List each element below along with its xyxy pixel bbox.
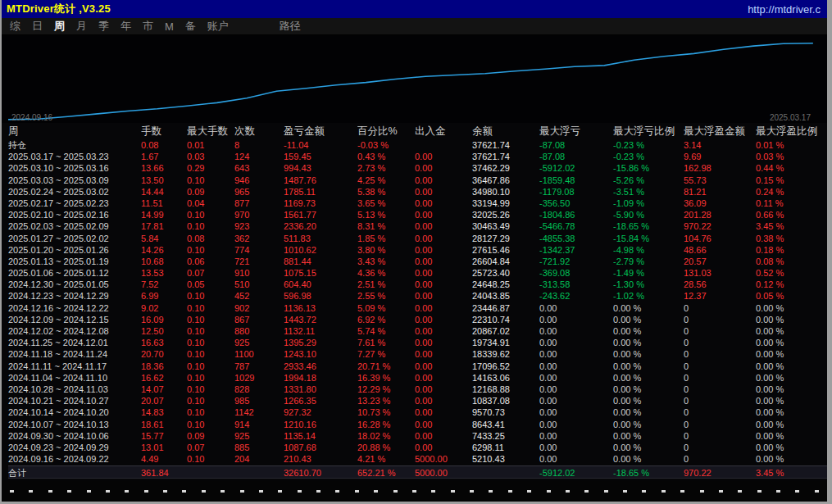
table-row-14[interactable]: 2024.12.16 ~ 2024.12.229.020.109021136.1… [8, 302, 827, 314]
table-row-26[interactable]: 2024.09.23 ~ 2024.09.2913.010.078851087.… [8, 442, 827, 453]
menu-item-2[interactable]: 周 [54, 19, 65, 34]
table-row-24[interactable]: 2024.10.07 ~ 2024.10.1318.610.109141210.… [8, 419, 827, 430]
value-cell: 201.28 [684, 209, 756, 220]
value-cell: -1.09 % [613, 198, 684, 209]
value-cell: 0.07 [187, 267, 234, 279]
value-cell: 0 [684, 419, 756, 430]
table-row-2[interactable]: 2025.03.10 ~ 2025.03.1613.660.29643994.4… [8, 162, 827, 174]
table-row-9[interactable]: 2025.01.20 ~ 2025.01.2614.260.107741010.… [8, 244, 827, 256]
value-cell: 5.38 % [357, 186, 415, 198]
menu-item-6[interactable]: 市 [143, 19, 153, 34]
table-row-0[interactable]: 持仓0.080.018-11.04-0.03 %37621.74-87.08-0… [8, 139, 827, 151]
value-cell: 0.10 [187, 175, 234, 186]
value-cell: 0.00 [415, 162, 472, 174]
value-cell: -5.26 % [613, 175, 684, 186]
value-cell: -1342.37 [539, 244, 613, 256]
value-cell: 946 [234, 175, 284, 186]
value-cell: 0.00 [415, 186, 472, 198]
value-cell: 104.76 [684, 233, 756, 244]
menu-item-5[interactable]: 年 [120, 19, 131, 34]
value-cell: 0.00 [539, 384, 613, 395]
value-cell: -11.04 [284, 139, 357, 151]
value-cell: 7.52 [141, 279, 187, 290]
menu-item-0[interactable]: 综 [10, 19, 20, 34]
menu-item-7[interactable]: M [165, 20, 174, 33]
value-cell: -721.92 [539, 256, 613, 267]
value-cell: 20.71 % [357, 361, 415, 372]
value-cell: 721 [234, 256, 284, 267]
value-cell: 0.00 % [756, 325, 821, 337]
value-cell: 0.00 [415, 348, 472, 360]
value-cell: 0.00 [539, 314, 613, 325]
table-header-row: 周手数最大手数次数盈亏金额百分比%出入金余额最大浮亏最大浮亏比例最大浮盈金额最大… [8, 123, 827, 139]
table-row-7[interactable]: 2025.02.03 ~ 2025.02.0917.810.109232336.… [8, 220, 827, 232]
value-cell: 0.00 % [756, 406, 821, 418]
table-row-19[interactable]: 2024.11.11 ~ 2024.11.1718.360.107872933.… [8, 361, 827, 372]
value-cell: 0.00 [415, 395, 472, 406]
bottom-tick [316, 490, 321, 493]
bottom-tick [642, 490, 646, 493]
table-row-4[interactable]: 2025.02.24 ~ 2025.03.0214.440.099651785.… [8, 186, 827, 198]
value-cell: 14.26 [141, 244, 187, 256]
value-cell: 0.00 [415, 256, 472, 267]
value-cell: 787 [234, 361, 284, 372]
table-body: 持仓0.080.018-11.04-0.03 %37621.74-87.08-0… [8, 139, 827, 465]
value-cell: 26604.84 [472, 256, 539, 267]
table-row-5[interactable]: 2025.02.17 ~ 2025.02.2311.510.048771169.… [8, 198, 827, 209]
table-row-16[interactable]: 2024.12.02 ~ 2024.12.0812.500.108801132.… [8, 325, 827, 337]
table-row-21[interactable]: 2024.10.28 ~ 2024.11.0314.070.108281331.… [8, 384, 827, 395]
table-row-22[interactable]: 2024.10.21 ~ 2024.10.2720.070.109851266.… [8, 395, 827, 406]
table-row-25[interactable]: 2024.09.30 ~ 2024.10.0615.770.099251135.… [8, 430, 827, 442]
table-row-15[interactable]: 2024.12.09 ~ 2024.12.1516.090.108671443.… [8, 314, 827, 325]
table-row-10[interactable]: 2025.01.13 ~ 2025.01.1910.680.06721881.4… [8, 256, 827, 267]
value-cell: -5466.78 [539, 220, 613, 232]
value-cell: 37621.74 [472, 151, 539, 162]
value-cell: 12.37 [684, 290, 756, 302]
value-cell: 0.09 [187, 430, 234, 442]
bottom-tick [431, 490, 435, 493]
value-cell: 0 [684, 325, 756, 337]
value-cell: 970.22 [684, 466, 756, 478]
table-row-13[interactable]: 2024.12.23 ~ 2024.12.296.990.10452596.98… [8, 290, 827, 302]
table-row-1[interactable]: 2025.03.17 ~ 2025.03.231.670.03124159.45… [8, 151, 827, 162]
value-cell: 23446.87 [472, 302, 539, 314]
col-header-6: 出入金 [415, 125, 472, 138]
table-row-17[interactable]: 2024.11.25 ~ 2024.12.0116.630.109251395.… [8, 337, 827, 348]
value-cell: 0 [684, 442, 756, 453]
table-row-6[interactable]: 2025.02.10 ~ 2025.02.1614.990.109701561.… [8, 209, 827, 220]
table-row-12[interactable]: 2024.12.30 ~ 2025.01.057.520.05510604.40… [8, 279, 827, 290]
value-cell: 0.00 % [756, 337, 821, 348]
table-row-11[interactable]: 2025.01.06 ~ 2025.01.1213.530.079101075.… [8, 267, 827, 279]
table-row-8[interactable]: 2025.01.27 ~ 2025.02.025.840.08362511.83… [8, 233, 827, 244]
table-row-27[interactable]: 2024.09.16 ~ 2024.09.224.490.10204210.43… [8, 453, 827, 465]
value-cell: 6298.11 [472, 442, 539, 453]
bottom-tick [125, 490, 129, 493]
table-row-18[interactable]: 2024.11.18 ~ 2024.11.2420.700.1011001243… [8, 348, 827, 360]
menu-item-path[interactable]: 路径 [280, 19, 301, 34]
value-cell: 37621.74 [472, 139, 539, 151]
menu-item-3[interactable]: 月 [76, 19, 87, 34]
value-cell: 0.00 [415, 302, 472, 314]
value-cell: 0.10 [187, 220, 234, 232]
value-cell: 0.00 % [756, 372, 821, 384]
menu-item-9[interactable]: 账户 [207, 19, 229, 34]
value-cell: 18.02 % [357, 430, 415, 442]
period-cell: 2024.09.30 ~ 2024.10.06 [8, 430, 141, 442]
bottom-tick [508, 490, 512, 493]
value-cell: 204 [234, 453, 284, 465]
menu-item-8[interactable]: 备 [185, 19, 196, 34]
value-cell: 3.45 % [756, 466, 821, 478]
value-cell: 0.09 [187, 186, 234, 198]
menu-item-4[interactable]: 季 [98, 19, 109, 34]
value-cell: 0.05 % [756, 290, 821, 302]
table-row-20[interactable]: 2024.11.04 ~ 2024.11.1016.620.1010291994… [8, 372, 827, 384]
value-cell: 0 [684, 384, 756, 395]
value-cell: 1561.77 [284, 209, 357, 220]
table-row-3[interactable]: 2025.03.03 ~ 2025.03.0913.500.109461487.… [8, 175, 827, 186]
value-cell [472, 466, 539, 478]
value-cell: 0.10 [187, 314, 234, 325]
period-cell: 2024.12.23 ~ 2024.12.29 [8, 290, 141, 302]
table-row-23[interactable]: 2024.10.14 ~ 2024.10.2014.830.101142927.… [8, 406, 827, 418]
value-cell: 0.08 [187, 233, 234, 244]
menu-item-1[interactable]: 日 [32, 19, 43, 34]
